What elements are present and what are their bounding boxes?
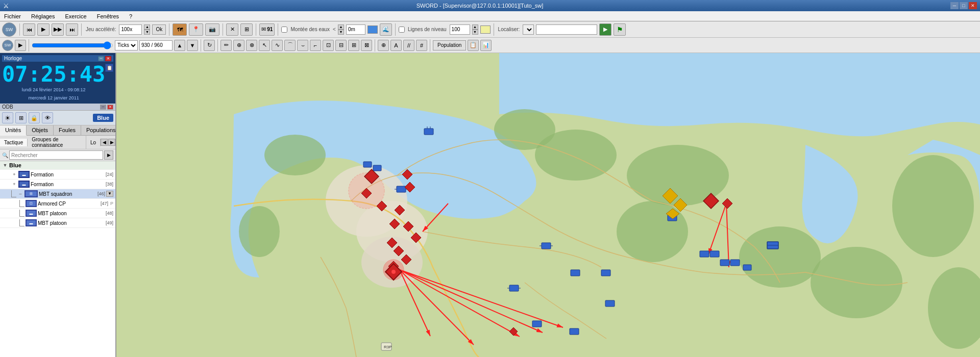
odb-eye-btn[interactable]: 👁 xyxy=(42,112,53,123)
logo-button[interactable]: SW xyxy=(2,22,16,37)
water-tool-btn[interactable]: 🌊 xyxy=(380,23,392,36)
population-button[interactable]: Population xyxy=(433,40,466,50)
tree-item-mbt46[interactable]: – ⊞ MBT squadron [46] ▼ xyxy=(0,189,115,199)
water-up-btn[interactable]: ▲ xyxy=(338,24,344,30)
draw-tool6[interactable]: ⌒ xyxy=(284,40,296,51)
water-spinner[interactable]: ▲ ▼ xyxy=(338,24,344,35)
tool-grid-btn[interactable]: ⊞ xyxy=(240,23,253,36)
tb2-play-btn[interactable]: ▶ xyxy=(15,40,26,51)
tree-item-armoredcp47[interactable]: ⊡ Armored CP [47] P xyxy=(0,199,115,209)
level-color-box[interactable] xyxy=(480,26,491,34)
speed-input[interactable] xyxy=(119,24,142,35)
tab-objets[interactable]: Objets xyxy=(27,125,54,135)
menu-fenetres[interactable]: Fenêtres xyxy=(95,12,121,20)
odb-hierarchy-btn[interactable]: ⊞ xyxy=(15,112,27,123)
tree-item-mbt49[interactable]: ▬ MBT platoon [49] xyxy=(0,218,115,228)
draw-tool3[interactable]: ⊗ xyxy=(246,40,257,51)
flag-btn[interactable]: ⚑ xyxy=(614,23,626,36)
subtab-lo[interactable]: Lo xyxy=(86,139,101,146)
level-down-btn[interactable]: ▼ xyxy=(472,30,478,35)
formation38-expander[interactable]: + xyxy=(11,181,17,187)
speed-up-btn[interactable]: ▲ xyxy=(144,24,150,30)
formation24-expander[interactable]: + xyxy=(11,171,17,177)
draw-tool5[interactable]: ∿ xyxy=(272,40,283,51)
minimize-button[interactable]: ─ xyxy=(950,2,959,9)
water-checkbox[interactable] xyxy=(281,27,287,33)
mbt46-menu-btn[interactable]: ▼ xyxy=(106,191,113,197)
locate-select[interactable] xyxy=(523,24,534,35)
draw-tool12[interactable]: ⊠ xyxy=(361,40,372,51)
clock-close-btn[interactable]: ✕ xyxy=(105,56,111,61)
tab-populations[interactable]: Populations xyxy=(81,125,116,135)
tree-root-blue[interactable]: ▼ Blue xyxy=(0,161,115,170)
menu-help[interactable]: ? xyxy=(127,12,134,20)
tb2-refresh-btn[interactable]: ↻ xyxy=(204,40,215,51)
mbt46-expander[interactable]: – xyxy=(17,191,23,197)
close-button[interactable]: ✕ xyxy=(969,2,977,9)
subtab-tactique[interactable]: Tactique xyxy=(0,139,28,146)
draw-tool9[interactable]: ⊡ xyxy=(323,40,334,51)
tick-input[interactable] xyxy=(139,40,173,50)
pop-tool2[interactable]: 📊 xyxy=(480,40,492,51)
draw-tool11[interactable]: ⊞ xyxy=(348,40,359,51)
clock-min-btn[interactable]: ─ xyxy=(98,56,104,61)
menu-reglages[interactable]: Réglages xyxy=(29,12,57,20)
odb-close-btn[interactable]: ✕ xyxy=(107,105,113,110)
tb2-logo-btn[interactable]: SW xyxy=(2,40,13,51)
map-area[interactable]: R3P xyxy=(116,53,980,357)
draw-tool7[interactable]: ⌣ xyxy=(297,40,308,51)
speed-spinner[interactable]: ▲ ▼ xyxy=(144,24,150,35)
level-checkbox[interactable] xyxy=(399,27,405,33)
ok-button[interactable]: Ok xyxy=(152,24,166,35)
tick-select[interactable]: Ticks xyxy=(115,40,138,50)
clock-icon-btn[interactable]: 📋 xyxy=(105,64,113,72)
layer-btn4[interactable]: # xyxy=(416,40,427,51)
map-btn2[interactable]: 📍 xyxy=(189,23,203,36)
layer-btn1[interactable]: ⊕ xyxy=(378,40,389,51)
level-up-btn[interactable]: ▲ xyxy=(472,24,478,30)
draw-tool8[interactable]: ⌐ xyxy=(310,40,321,51)
locate-input[interactable] xyxy=(536,24,597,35)
maximize-button[interactable]: □ xyxy=(960,2,968,9)
fast-forward-button[interactable]: ▶▶ xyxy=(52,23,64,36)
subtab-prev-btn[interactable]: ◀ xyxy=(101,139,108,146)
tree-item-mbt48[interactable]: ▬ MBT platoon [48] xyxy=(0,209,115,218)
draw-tool10[interactable]: ⊟ xyxy=(335,40,347,51)
search-go-btn[interactable]: ▶ xyxy=(104,150,113,160)
tree-item-formation-24[interactable]: + ▬ Formation [24] xyxy=(0,170,115,180)
subtab-connaissance[interactable]: Groupes de connaissance xyxy=(28,136,86,149)
layer-btn3[interactable]: // xyxy=(403,40,414,51)
draw-tool2[interactable]: ⊕ xyxy=(233,40,244,51)
tick-spin-up[interactable]: ▲ xyxy=(174,40,185,51)
tab-unites[interactable]: Unités xyxy=(0,125,27,136)
tree-item-formation-38[interactable]: + ▬ Formation [38] xyxy=(0,180,115,189)
end-button[interactable]: ⏭ xyxy=(66,23,78,36)
tree-panel[interactable]: ▼ Blue + ▬ Formation [24] + xyxy=(0,161,115,357)
play-button[interactable]: ▶ xyxy=(37,23,50,36)
tick-slider[interactable] xyxy=(32,41,113,49)
tick-spin-down[interactable]: ▼ xyxy=(187,40,198,51)
speed-down-btn[interactable]: ▼ xyxy=(144,30,150,35)
tool-x-btn[interactable]: ✕ xyxy=(226,23,238,36)
odb-min-btn[interactable]: ─ xyxy=(100,105,106,110)
water-color-box[interactable] xyxy=(368,26,378,34)
subtab-next-btn[interactable]: ▶ xyxy=(108,139,115,146)
level-input[interactable] xyxy=(450,24,470,35)
odb-filter-btn[interactable]: ☀ xyxy=(2,112,13,123)
map-btn1[interactable]: 🗺 xyxy=(173,23,187,36)
water-down-btn[interactable]: ▼ xyxy=(338,30,344,35)
tab-foules[interactable]: Foules xyxy=(54,125,81,135)
water-input[interactable] xyxy=(346,24,365,35)
draw-tool4[interactable]: ↖ xyxy=(259,40,270,51)
pop-tool1[interactable]: 📋 xyxy=(468,40,479,51)
draw-tool1[interactable]: ✏ xyxy=(220,40,232,51)
mail-button[interactable]: ✉ 91 xyxy=(259,23,275,36)
level-spinner[interactable]: ▲ ▼ xyxy=(472,24,478,35)
search-input[interactable] xyxy=(9,150,103,160)
locate-go-btn[interactable]: ▶ xyxy=(599,23,611,36)
map-btn3[interactable]: 📷 xyxy=(205,23,219,36)
menu-exercice[interactable]: Exercice xyxy=(63,12,89,20)
layer-btn2[interactable]: A xyxy=(390,40,402,51)
root-expander[interactable]: ▼ xyxy=(2,162,8,168)
odb-lock-btn[interactable]: 🔒 xyxy=(29,112,40,123)
